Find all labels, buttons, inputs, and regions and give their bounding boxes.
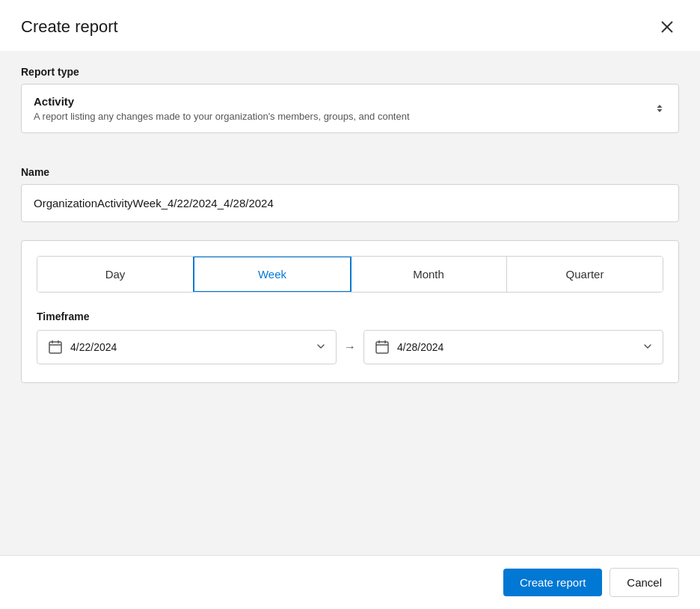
report-type-description: A report listing any changes made to you… (34, 111, 410, 122)
tab-month[interactable]: Month (351, 257, 507, 292)
name-input[interactable] (21, 184, 679, 222)
start-date-chevron-icon (316, 342, 325, 353)
close-button[interactable] (655, 15, 679, 39)
tab-week[interactable]: Week (193, 256, 351, 293)
create-report-button[interactable]: Create report (503, 569, 602, 596)
modal-body: Report type Activity A report listing an… (0, 51, 700, 555)
calendar-icon-end (375, 340, 390, 355)
report-type-info: Activity A report listing any changes ma… (34, 95, 410, 122)
start-date-value: 4/22/2024 (70, 341, 309, 353)
report-type-dropdown[interactable]: Activity A report listing any changes ma… (21, 84, 679, 133)
modal-header: Create report (0, 0, 700, 51)
timeframe-label: Timeframe (37, 310, 663, 322)
date-range-section: Day Week Month Quarter Timeframe 4/22/20… (21, 240, 679, 383)
create-report-modal: Create report Report type Activity A rep… (0, 0, 700, 609)
end-date-chevron-icon (643, 342, 652, 353)
tab-day[interactable]: Day (37, 257, 194, 292)
start-date-picker[interactable]: 4/22/2024 (37, 330, 337, 364)
dropdown-sort-icon (653, 102, 666, 115)
report-type-section: Report type Activity A report listing an… (21, 51, 679, 133)
end-date-picker[interactable]: 4/28/2024 (363, 330, 663, 364)
cancel-button[interactable]: Cancel (610, 568, 679, 597)
name-label: Name (21, 151, 679, 178)
svg-rect-6 (376, 342, 388, 353)
svg-rect-2 (49, 342, 61, 353)
report-type-label: Report type (21, 51, 679, 78)
modal-title: Create report (21, 17, 118, 37)
modal-footer: Create report Cancel (0, 555, 700, 609)
tab-quarter[interactable]: Quarter (507, 257, 663, 292)
timeframe-row: 4/22/2024 → 4/28/2024 (37, 330, 663, 364)
close-icon (660, 20, 674, 34)
calendar-icon-start (48, 340, 63, 355)
name-section: Name (21, 151, 679, 222)
end-date-value: 4/28/2024 (397, 341, 636, 353)
period-tabs: Day Week Month Quarter (37, 256, 663, 293)
report-type-name: Activity (34, 95, 410, 108)
date-range-arrow: → (337, 340, 363, 354)
